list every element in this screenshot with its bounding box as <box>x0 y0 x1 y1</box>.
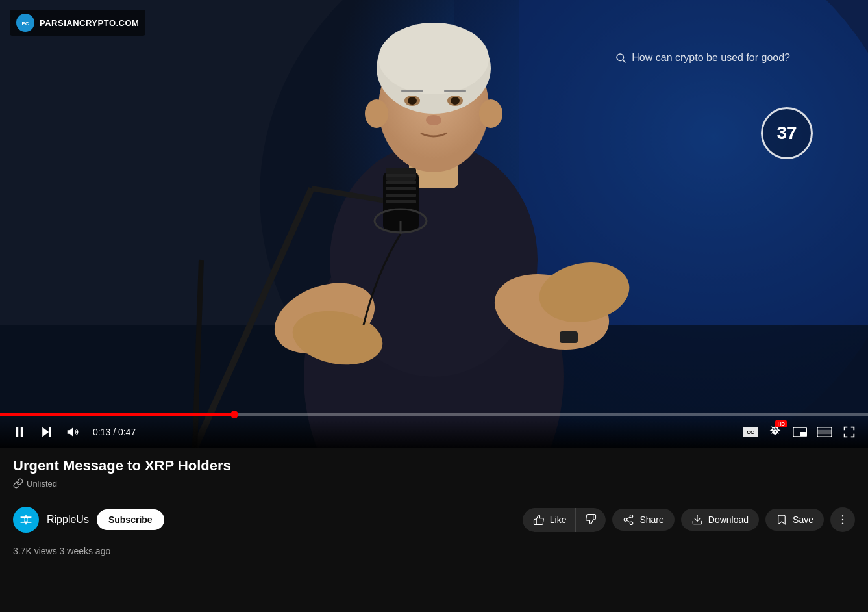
search-icon <box>615 52 626 64</box>
svg-rect-50 <box>800 432 806 436</box>
watermark-logo-svg: PC <box>19 16 32 29</box>
timer-circle: 37 <box>761 107 813 159</box>
svg-rect-52 <box>817 430 832 434</box>
svg-rect-30 <box>386 187 416 190</box>
svg-rect-41 <box>16 427 19 437</box>
svg-point-63 <box>842 523 844 525</box>
svg-point-56 <box>625 518 628 522</box>
svg-text:CC: CC <box>747 429 754 435</box>
watermark: PC PARSIANCRYPTO.COM <box>10 10 145 36</box>
captions-button[interactable]: CC <box>741 423 760 441</box>
subscribe-button[interactable]: Subscribe <box>97 509 164 530</box>
fullscreen-button[interactable] <box>840 423 858 441</box>
watermark-text: PARSIANCRYPTO.COM <box>40 18 139 28</box>
svg-point-62 <box>842 519 844 521</box>
svg-rect-16 <box>444 90 466 92</box>
svg-rect-29 <box>386 181 416 184</box>
channel-avatar[interactable] <box>13 507 39 533</box>
time-display: 0:13 / 0:47 <box>93 427 136 437</box>
svg-point-13 <box>408 97 417 105</box>
like-button[interactable]: Like <box>523 508 577 532</box>
link-icon <box>13 478 23 489</box>
pause-button[interactable] <box>10 422 29 442</box>
download-button[interactable]: Download <box>681 509 759 531</box>
svg-marker-43 <box>42 427 49 437</box>
svg-point-54 <box>24 518 27 521</box>
svg-rect-28 <box>386 174 416 177</box>
svg-line-59 <box>627 517 630 519</box>
channel-left: RippleUs Subscribe <box>13 507 164 533</box>
thumbs-up-icon <box>533 514 545 526</box>
total-time: 0:47 <box>118 427 136 437</box>
save-icon <box>776 514 787 526</box>
watermark-logo: PC <box>16 14 34 32</box>
like-label: Like <box>550 515 567 525</box>
svg-point-19 <box>479 99 502 128</box>
download-icon <box>691 514 703 526</box>
svg-line-40 <box>623 60 626 62</box>
unlisted-text: Unlisted <box>27 479 57 489</box>
like-dislike-group: Like <box>523 508 606 532</box>
more-options-button[interactable] <box>830 507 855 532</box>
save-label: Save <box>793 515 813 525</box>
svg-rect-44 <box>49 427 51 437</box>
miniplayer-icon <box>793 426 807 438</box>
controls-right: CC HD <box>741 423 858 441</box>
scene-svg <box>0 0 868 448</box>
svg-point-18 <box>365 99 388 128</box>
svg-rect-15 <box>401 90 423 92</box>
svg-point-55 <box>630 515 634 518</box>
dislike-button[interactable] <box>576 508 606 532</box>
ripple-logo <box>18 511 34 528</box>
next-button[interactable] <box>37 423 55 441</box>
unlisted-badge: Unlisted <box>13 478 57 489</box>
settings-button[interactable]: HD <box>766 423 784 441</box>
next-icon <box>40 426 53 439</box>
svg-point-17 <box>426 115 441 125</box>
video-container: PC PARSIANCRYPTO.COM How can crypto be u… <box>0 0 868 448</box>
svg-marker-45 <box>68 427 73 437</box>
share-icon <box>623 514 634 526</box>
share-button[interactable]: Share <box>612 509 674 531</box>
timer-value: 37 <box>776 123 797 144</box>
page-wrapper: PC PARSIANCRYPTO.COM How can crypto be u… <box>0 0 868 567</box>
channel-row: RippleUs Subscribe Like <box>0 507 868 542</box>
video-title: Urgent Message to XRP Holders <box>13 457 855 474</box>
hd-badge: HD <box>775 420 787 427</box>
volume-icon <box>66 425 80 439</box>
svg-rect-32 <box>386 200 416 203</box>
stats-row: 3.7K views 3 weeks ago <box>0 542 868 567</box>
svg-rect-36 <box>560 331 578 343</box>
share-label: Share <box>639 515 663 525</box>
video-info: Urgent Message to XRP Holders Unlisted <box>0 448 868 498</box>
channel-name: RippleUs <box>47 514 89 526</box>
thumbs-down-icon <box>585 513 597 525</box>
svg-rect-31 <box>386 194 416 197</box>
theater-icon <box>817 426 832 438</box>
time-separator: / <box>113 427 118 437</box>
video-thumbnail[interactable]: PC PARSIANCRYPTO.COM How can crypto be u… <box>0 0 868 448</box>
current-time: 0:13 <box>93 427 110 437</box>
svg-text:PC: PC <box>21 21 29 27</box>
more-icon <box>836 513 849 526</box>
controls-bar: 0:13 / 0:47 CC <box>0 416 868 448</box>
views-count: 3.7K views <box>13 546 57 556</box>
search-overlay: How can crypto be used for good? <box>615 52 790 64</box>
save-button[interactable]: Save <box>765 509 824 531</box>
fullscreen-icon <box>842 425 856 439</box>
svg-rect-42 <box>21 427 23 437</box>
download-label: Download <box>708 515 749 525</box>
volume-button[interactable] <box>63 422 82 442</box>
cc-icon: CC <box>743 426 758 438</box>
svg-line-58 <box>627 520 630 522</box>
svg-point-39 <box>617 54 624 61</box>
search-text: How can crypto be used for good? <box>632 52 790 64</box>
theater-button[interactable] <box>815 423 834 441</box>
actions-right: Like Share <box>523 507 855 532</box>
svg-point-10 <box>378 23 489 94</box>
time-ago: 3 weeks ago <box>60 546 111 556</box>
svg-point-61 <box>842 515 844 517</box>
svg-point-57 <box>630 522 634 525</box>
miniplayer-button[interactable] <box>791 423 809 441</box>
svg-point-14 <box>451 97 460 105</box>
